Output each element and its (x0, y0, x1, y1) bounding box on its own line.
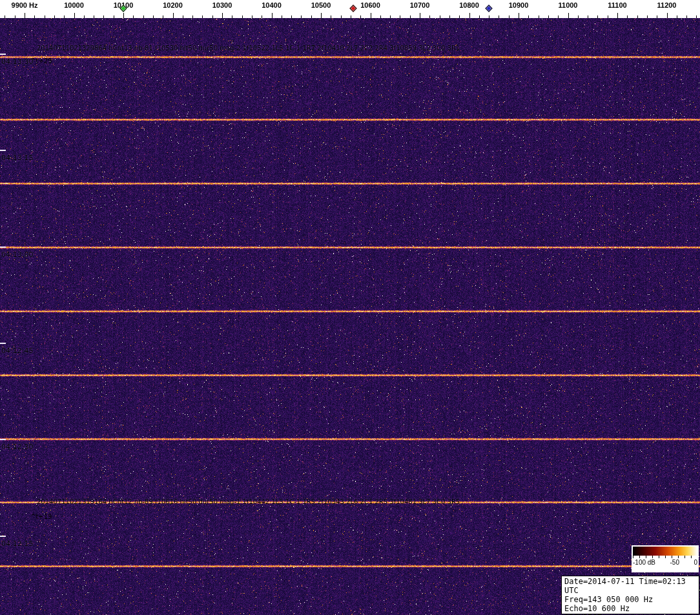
axis-minor-tick (15, 15, 15, 18)
axis-minor-tick (262, 15, 262, 18)
axis-minor-tick (291, 15, 292, 18)
axis-major-tick (667, 13, 668, 18)
axis-major-tick (519, 13, 519, 18)
axis-minor-tick (192, 15, 193, 18)
axis-major-tick (420, 13, 420, 18)
axis-minor-tick (232, 15, 232, 18)
axis-tick-label: 10300 (212, 1, 232, 9)
axis-minor-tick (509, 15, 510, 18)
axis-minor-tick (360, 15, 361, 18)
axis-tick-label: 10800 (459, 1, 479, 9)
axis-minor-tick (558, 15, 559, 18)
axis-tick-label: 10500 (311, 1, 331, 9)
axis-minor-tick (301, 15, 302, 18)
axis-tick-label: 10000 (64, 1, 84, 9)
axis-tick-label: 10200 (163, 1, 183, 9)
axis-minor-tick (143, 15, 144, 18)
axis-minor-tick (489, 15, 489, 18)
axis-minor-tick (202, 15, 203, 18)
axis-minor-tick (588, 15, 588, 18)
axis-minor-tick (440, 15, 440, 18)
axis-minor-tick (5, 15, 5, 18)
axis-major-tick (173, 13, 174, 18)
axis-minor-tick (242, 15, 243, 18)
axis-minor-tick (45, 15, 45, 18)
axis-tick-label: 10700 (410, 1, 430, 9)
axis-minor-tick (84, 15, 85, 18)
axis-minor-tick (103, 15, 104, 18)
axis-minor-tick (351, 15, 351, 18)
axis-tick-label: 9900 Hz (12, 1, 38, 9)
axis-minor-tick (64, 15, 65, 18)
axis-major-tick (371, 13, 371, 18)
axis-tick-label: 10600 (360, 1, 380, 9)
axis-minor-tick (133, 15, 134, 18)
axis-major-tick (25, 13, 25, 18)
axis-minor-tick (94, 15, 94, 18)
marker-red-diamond[interactable] (349, 5, 356, 12)
axis-minor-tick (252, 15, 252, 18)
axis-minor-tick (449, 15, 450, 18)
axis-minor-tick (400, 15, 400, 18)
axis-major-tick (321, 13, 322, 18)
axis-minor-tick (153, 15, 154, 18)
axis-minor-tick (548, 15, 549, 18)
axis-minor-tick (163, 15, 163, 18)
axis-major-tick (469, 13, 470, 18)
axis-minor-tick (429, 15, 430, 18)
axis-major-tick (123, 13, 124, 18)
axis-tick-label: 11000 (559, 1, 578, 9)
axis-minor-tick (627, 15, 628, 18)
axis-minor-tick (608, 15, 608, 18)
axis-minor-tick (459, 15, 460, 18)
axis-minor-tick (390, 15, 391, 18)
axis-minor-tick (578, 15, 579, 18)
axis-minor-tick (331, 15, 331, 18)
axis-tick-label: 11200 (657, 1, 677, 9)
axis-major-tick (74, 13, 75, 18)
axis-major-tick (222, 13, 223, 18)
axis-major-tick (617, 13, 618, 18)
axis-minor-tick (499, 15, 499, 18)
axis-minor-tick (657, 15, 657, 18)
axis-minor-tick (479, 15, 480, 18)
axis-minor-tick (597, 15, 598, 18)
axis-minor-tick (410, 15, 411, 18)
axis-minor-tick (282, 15, 282, 18)
axis-minor-tick (114, 15, 114, 18)
axis-tick-label: 10900 (509, 1, 529, 9)
axis-minor-tick (54, 15, 55, 18)
axis-minor-tick (528, 15, 529, 18)
axis-minor-tick (686, 15, 687, 18)
axis-major-tick (568, 13, 569, 18)
axis-minor-tick (341, 15, 342, 18)
axis-minor-tick (696, 15, 697, 18)
axis-minor-tick (34, 15, 35, 18)
axis-minor-tick (380, 15, 381, 18)
axis-minor-tick (311, 15, 312, 18)
axis-minor-tick (212, 15, 213, 18)
spectrogram-app: 9900 Hz100001010010200103001040010500106… (0, 0, 700, 615)
axis-major-tick (272, 13, 273, 18)
axis-minor-tick (637, 15, 638, 18)
axis-minor-tick (183, 15, 183, 18)
spectrogram-canvas (0, 18, 700, 615)
frequency-axis: 9900 Hz100001010010200103001040010500106… (0, 0, 700, 18)
axis-tick-label: 11100 (608, 1, 626, 9)
axis-minor-tick (677, 15, 677, 18)
axis-minor-tick (539, 15, 539, 18)
marker-blue-diamond[interactable] (485, 5, 492, 12)
axis-minor-tick (647, 15, 648, 18)
axis-tick-label: 10400 (262, 1, 282, 9)
